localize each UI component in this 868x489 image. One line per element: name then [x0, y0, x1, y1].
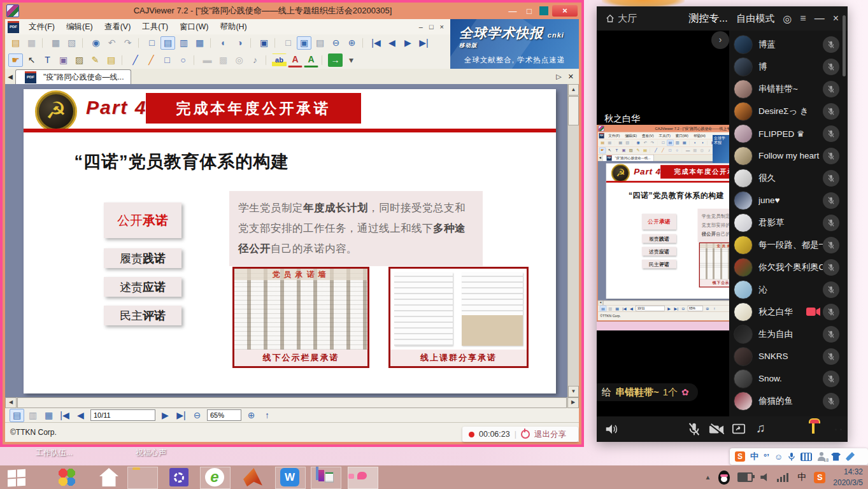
rotate-left-icon[interactable]: ◐ — [692, 140, 699, 146]
mic-muted-icon[interactable] — [823, 259, 839, 276]
volume-icon[interactable] — [760, 473, 769, 482]
doc-minimize-icon[interactable]: – — [419, 23, 423, 31]
ime-language-icon[interactable]: 中 — [750, 451, 758, 462]
fit-width-icon[interactable]: ▣ — [297, 36, 311, 50]
note-icon[interactable]: ✎ — [88, 53, 103, 67]
redo-icon[interactable]: ↷ — [649, 140, 655, 146]
participant-row[interactable]: 博蓝 — [729, 33, 848, 55]
undo-icon[interactable]: ↶ — [642, 140, 648, 146]
expand-panel-icon[interactable]: › — [711, 31, 729, 49]
participant-list[interactable]: 博蓝 博 串错鞋带~ — [729, 31, 848, 416]
mic-muted-icon[interactable] — [823, 215, 839, 231]
image-select-icon[interactable]: ▣ — [620, 148, 627, 153]
ocr-icon[interactable]: ▨ — [628, 148, 634, 153]
save-icon[interactable]: ▦ — [24, 36, 39, 50]
media-tool-icon[interactable]: ◎ — [699, 148, 705, 153]
tools-icon[interactable] — [846, 452, 855, 461]
zoom-level-input[interactable] — [207, 409, 241, 421]
print-icon[interactable]: ▦ — [617, 140, 623, 146]
continuous-page-icon[interactable]: ▤ — [160, 36, 175, 50]
zoom-in-icon[interactable]: ⊕ — [244, 409, 259, 422]
sound-tool-icon[interactable]: ♪ — [248, 53, 262, 67]
speaker-icon[interactable] — [604, 422, 618, 436]
participant-row[interactable]: 君影草 — [729, 211, 848, 234]
sogou-tray-icon[interactable]: S — [814, 472, 825, 483]
scroll-down-icon[interactable]: ▼ — [568, 386, 579, 397]
text-select-icon[interactable]: T — [40, 53, 55, 67]
ellipse-tool-icon[interactable]: ○ — [176, 53, 190, 67]
mic-muted-icon[interactable] — [823, 59, 839, 75]
pen-icon[interactable]: ╱ — [128, 53, 143, 67]
menu-item[interactable]: 窗口(W) — [673, 133, 691, 138]
matlab-icon[interactable] — [243, 468, 262, 486]
panel-close-icon[interactable]: × — [833, 13, 839, 24]
sound-tool-icon[interactable]: ♪ — [706, 148, 712, 153]
rotate-left-icon[interactable]: ◐ — [217, 36, 231, 50]
qq-tray-icon[interactable] — [718, 471, 730, 485]
font-color-icon[interactable]: A — [304, 53, 318, 67]
search-icon[interactable]: ◉ — [89, 36, 103, 50]
cnki-banner[interactable]: 全球学术快报 cnki 移动版 全球文献整合, 学术热点速递 — [450, 19, 579, 69]
open-icon[interactable]: ▤ — [8, 36, 23, 50]
scroll-left-icon[interactable]: ◀ — [5, 397, 17, 408]
doc-close-icon[interactable]: × — [440, 23, 444, 31]
tab-scroll-right-icon[interactable]: ▷ — [556, 73, 561, 81]
participant-row[interactable]: 博 — [729, 55, 848, 78]
mic-muted-icon[interactable] — [823, 125, 839, 142]
desktop-icon-label[interactable]: 祝福心声 — [122, 448, 180, 458]
two-up-icon[interactable]: ▦ — [192, 36, 207, 50]
network-signal-icon[interactable] — [777, 472, 790, 482]
last-page-icon[interactable]: ▶| — [416, 36, 431, 50]
rotate-right-icon[interactable]: ◑ — [232, 36, 247, 50]
continuous-view-icon[interactable]: ▦ — [614, 306, 620, 311]
undo-icon[interactable]: ↶ — [104, 36, 119, 50]
page-up-icon[interactable]: ↑ — [711, 306, 718, 311]
video-stage[interactable]: 秋之白华 CAJViewer 7.2 - ["疫"路同心践使命——线上专题组织生… — [597, 31, 729, 416]
taskbar-app-blobs-icon[interactable] — [57, 468, 76, 486]
select-tool-icon[interactable]: ↖ — [606, 148, 613, 153]
participant-row[interactable]: 偷猫的鱼 — [729, 390, 848, 412]
single-page-icon[interactable]: □ — [145, 36, 159, 50]
participant-row[interactable]: june♥ — [729, 189, 848, 211]
mic-muted-icon[interactable] — [823, 371, 839, 387]
search-icon[interactable]: ◉ — [635, 140, 641, 146]
mic-muted-icon[interactable] — [823, 281, 839, 298]
stamp-icon[interactable]: ▤ — [642, 148, 648, 153]
ime-indicator[interactable]: 中 — [797, 472, 806, 483]
go-caret-icon[interactable]: ▾ — [344, 53, 359, 67]
panel-minimize-icon[interactable]: — — [815, 13, 825, 24]
pencil-icon[interactable]: ╱ — [144, 53, 159, 67]
highlight-icon[interactable]: ab — [272, 53, 287, 67]
hand-tool-icon[interactable]: ☛ — [599, 148, 606, 153]
redo-icon[interactable]: ↷ — [120, 36, 135, 50]
tab-scroll-left-icon[interactable]: ◀ — [5, 73, 15, 80]
share-screen-icon[interactable] — [732, 422, 746, 436]
page-number-input[interactable] — [90, 409, 155, 421]
keyboard-icon[interactable] — [800, 453, 812, 461]
browser-icon[interactable]: e — [205, 468, 224, 486]
facing-page-icon[interactable]: ▥ — [674, 140, 680, 146]
mic-muted-icon[interactable] — [823, 36, 839, 53]
page-up-icon[interactable]: ↑ — [260, 409, 274, 422]
hall-button[interactable]: 大厅 — [606, 13, 637, 25]
menu-item[interactable]: 文件(F) — [606, 133, 622, 138]
tab-close-icon[interactable]: ✕ — [568, 73, 574, 81]
participant-row[interactable]: Follow my heart — [729, 145, 848, 167]
save-icon[interactable]: ▦ — [606, 140, 613, 146]
participant-row[interactable]: Snow. — [729, 367, 848, 390]
wps-writer-icon[interactable]: W — [280, 468, 299, 486]
power-icon[interactable] — [521, 430, 530, 439]
list-scrollbar[interactable] — [843, 15, 846, 76]
title-bar[interactable]: CAJViewer 7.2 - ["疫"路同心践使命——线上专题组织生活会202… — [3, 3, 581, 19]
mic-muted-icon[interactable] — [823, 348, 839, 365]
line-tool-icon[interactable]: ▬ — [200, 53, 215, 67]
single-view-icon[interactable]: ▥ — [25, 409, 40, 422]
menu-item[interactable]: 工具(T) — [657, 133, 673, 138]
participant-row[interactable]: 你欠我个奥利奥O_o — [729, 256, 848, 278]
mic-muted-icon[interactable] — [823, 304, 839, 320]
horizontal-scrollbar[interactable]: ◀ ▶ — [5, 397, 579, 408]
rotate-right-icon[interactable]: ◑ — [699, 140, 706, 146]
prev-page-icon[interactable]: ◀ — [628, 306, 634, 311]
document-tab[interactable]: PDF "疫"路同心践使命—线... — [15, 69, 131, 84]
fit-page-icon[interactable]: □ — [281, 36, 295, 50]
